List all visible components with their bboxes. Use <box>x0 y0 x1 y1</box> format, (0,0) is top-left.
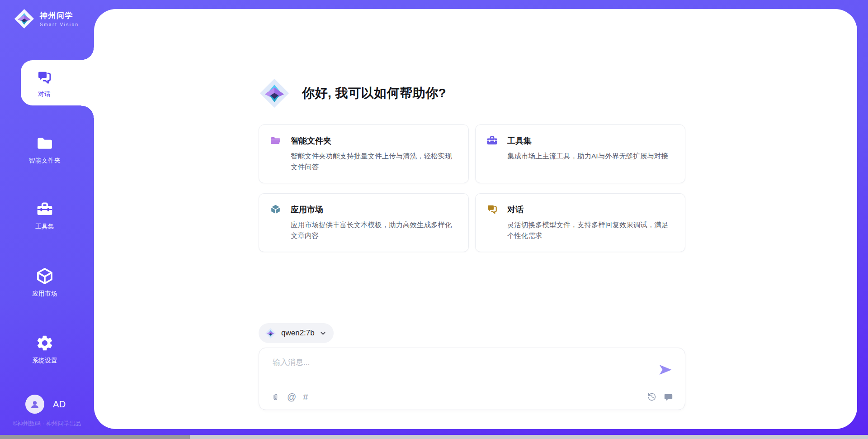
sidebar-item-settings[interactable]: 系统设置 <box>0 334 90 365</box>
avatar <box>25 395 44 414</box>
sidebar-item-label: 智能文件夹 <box>29 157 61 165</box>
sidebar-item-chat[interactable]: 对话 <box>21 60 94 105</box>
user-initials: AD <box>53 399 66 410</box>
cube-icon <box>35 267 54 286</box>
cube-grid-icon <box>269 203 282 215</box>
hashtag-icon[interactable]: # <box>303 392 308 401</box>
brand-name: 神州问学 <box>40 10 79 21</box>
chat-icon <box>486 203 498 215</box>
sidebar-item-smart-folder[interactable]: 智能文件夹 <box>0 134 90 165</box>
composer-toolbar: @ # <box>271 384 673 410</box>
card-title: 工具集 <box>507 135 532 146</box>
content-column: 你好, 我可以如何帮助你? 智能文件夹 智能文件夹功能支持批量文件上传与清洗，轻… <box>259 9 685 429</box>
card-title: 应用市场 <box>291 204 323 215</box>
card-smart-folder[interactable]: 智能文件夹 智能文件夹功能支持批量文件上传与清洗，轻松实现文件问答 <box>259 124 469 183</box>
sidebar-item-label: 应用市场 <box>32 290 57 298</box>
chat-icon <box>35 68 54 87</box>
card-title: 智能文件夹 <box>291 135 331 146</box>
history-icon[interactable] <box>647 392 657 402</box>
card-app-market[interactable]: 应用市场 应用市场提供丰富长文本模板，助力高效生成多样化文章内容 <box>259 193 469 252</box>
sidebar-item-label: 对话 <box>38 90 51 98</box>
greeting-logo-icon <box>259 77 290 109</box>
card-title: 对话 <box>507 204 524 215</box>
brand-subtitle: Smart Vision <box>40 22 79 27</box>
greeting-title: 你好, 我可以如何帮助你? <box>302 85 446 102</box>
user-profile[interactable]: AD <box>25 395 66 414</box>
sidebar: 神州问学 Smart Vision 对话 智能文件夹 工具集 <box>0 0 94 439</box>
scrollbar-thumb[interactable] <box>0 435 190 439</box>
card-toolset[interactable]: 工具集 集成市场上主流工具，助力AI与外界无缝扩展与对接 <box>475 124 685 183</box>
sidebar-item-label: 工具集 <box>35 223 54 231</box>
message-composer: @ # <box>259 348 685 410</box>
horizontal-scrollbar[interactable] <box>0 435 868 439</box>
brand-diamond-icon <box>14 8 35 29</box>
greeting: 你好, 我可以如何帮助你? <box>259 74 446 113</box>
send-icon[interactable] <box>659 364 672 376</box>
brand-logo: 神州问学 Smart Vision <box>14 8 79 29</box>
card-chat[interactable]: 对话 灵活切换多模型文件，支持多样回复效果调试，满足个性化需求 <box>475 193 685 252</box>
gear-icon <box>35 334 54 353</box>
folder-open-icon <box>269 134 282 147</box>
sidebar-item-label: 系统设置 <box>32 357 57 365</box>
app-root: 神州问学 Smart Vision 对话 智能文件夹 工具集 <box>0 0 868 439</box>
card-description: 应用市场提供丰富长文本模板，助力高效生成多样化文章内容 <box>291 220 457 241</box>
main-panel: 你好, 我可以如何帮助你? 智能文件夹 智能文件夹功能支持批量文件上传与清洗，轻… <box>94 9 857 429</box>
chevron-down-icon <box>320 330 326 337</box>
message-input[interactable] <box>272 356 641 382</box>
mention-icon[interactable]: @ <box>287 392 296 401</box>
model-selector[interactable]: qwen2:7b <box>259 323 334 343</box>
folder-icon <box>35 134 54 153</box>
sidebar-footer: ©神州数码 · 神州问学出品 <box>0 420 94 428</box>
card-description: 集成市场上主流工具，助力AI与外界无缝扩展与对接 <box>507 151 673 162</box>
card-description: 智能文件夹功能支持批量文件上传与清洗，轻松实现文件问答 <box>291 151 457 172</box>
comment-icon[interactable] <box>664 392 673 402</box>
feature-cards: 智能文件夹 智能文件夹功能支持批量文件上传与清洗，轻松实现文件问答 工具集 集成… <box>259 124 685 252</box>
sidebar-item-app-market[interactable]: 应用市场 <box>0 267 90 298</box>
model-logo-icon <box>265 328 276 339</box>
model-name: qwen2:7b <box>281 329 315 338</box>
person-icon <box>29 398 41 410</box>
briefcase-icon <box>486 134 498 147</box>
tab-fillet-bottom <box>81 105 94 118</box>
paperclip-icon[interactable] <box>271 392 280 402</box>
tab-fillet-top <box>81 48 94 60</box>
briefcase-icon <box>35 200 54 219</box>
sidebar-item-toolset[interactable]: 工具集 <box>0 200 90 231</box>
card-description: 灵活切换多模型文件，支持多样回复效果调试，满足个性化需求 <box>507 220 673 241</box>
